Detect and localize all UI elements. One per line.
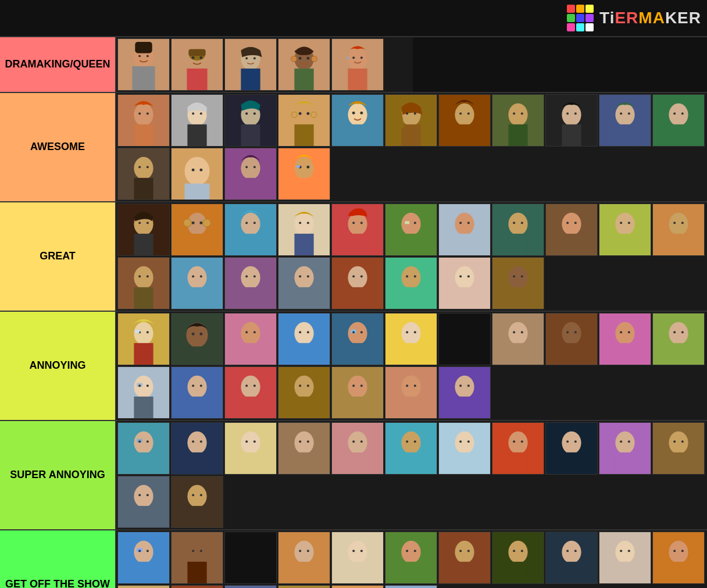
- svg-point-331: [459, 440, 462, 443]
- svg-point-377: [299, 550, 301, 552]
- char-cell: [652, 422, 705, 475]
- svg-point-316: [299, 440, 301, 443]
- svg-point-76: [562, 104, 581, 126]
- logo-dot: [576, 14, 584, 22]
- char-cell: [438, 366, 491, 419]
- svg-rect-263: [134, 397, 153, 418]
- char-cell: [652, 313, 705, 365]
- svg-rect-166: [669, 234, 688, 255]
- char-cell: [385, 532, 437, 584]
- char-cell: [652, 94, 705, 147]
- svg-point-109: [306, 166, 309, 169]
- char-cell: [117, 476, 170, 528]
- svg-point-393: [467, 550, 470, 552]
- svg-point-210: [134, 322, 153, 345]
- svg-point-237: [401, 322, 420, 345]
- svg-point-150: [508, 213, 527, 236]
- char-cell: [278, 366, 330, 419]
- svg-rect-9: [187, 69, 207, 90]
- svg-point-370: [187, 541, 206, 564]
- svg-point-337: [521, 440, 523, 443]
- svg-point-219: [199, 333, 202, 336]
- char-cell: [224, 204, 277, 256]
- svg-rect-130: [294, 234, 313, 255]
- svg-point-390: [455, 541, 474, 564]
- svg-rect-355: [134, 506, 153, 528]
- svg-point-285: [352, 384, 355, 387]
- svg-point-129: [294, 213, 313, 236]
- char-cell: [492, 257, 544, 309]
- char-cell: [331, 257, 384, 309]
- char-cell: [117, 422, 170, 475]
- svg-point-347: [628, 440, 630, 443]
- svg-point-192: [352, 275, 355, 277]
- svg-rect-13: [188, 49, 205, 56]
- svg-point-235: [360, 331, 363, 333]
- svg-rect-294: [455, 397, 474, 418]
- char-cell: [117, 313, 170, 365]
- char-cell: [599, 204, 651, 256]
- svg-rect-396: [508, 562, 527, 583]
- char-cell: [171, 532, 223, 584]
- svg-point-5: [138, 55, 141, 57]
- char-cell: [385, 257, 437, 309]
- svg-rect-181: [241, 287, 260, 309]
- svg-rect-171: [134, 287, 153, 309]
- svg-point-162: [620, 222, 622, 224]
- char-cell: [171, 313, 223, 365]
- svg-point-193: [360, 275, 363, 277]
- svg-rect-135: [348, 234, 367, 255]
- svg-point-351: [673, 440, 676, 443]
- char-cell: [545, 532, 598, 584]
- svg-point-62: [406, 112, 408, 115]
- svg-rect-72: [508, 124, 527, 146]
- svg-point-207: [513, 275, 515, 277]
- svg-rect-21: [294, 69, 313, 90]
- svg-point-208: [521, 275, 523, 277]
- svg-point-11: [192, 56, 195, 59]
- svg-rect-299: [134, 452, 153, 474]
- char-cell: [385, 422, 437, 475]
- char-cell: [117, 148, 170, 200]
- svg-point-35: [138, 112, 141, 115]
- tier-row-annoying: ANNOYING: [0, 312, 707, 421]
- svg-point-221: [241, 322, 260, 345]
- svg-point-412: [673, 550, 676, 552]
- char-cell: [599, 532, 651, 584]
- svg-point-57: [352, 112, 355, 115]
- char-cell: [117, 366, 170, 419]
- svg-point-218: [192, 333, 195, 336]
- svg-point-372: [192, 550, 194, 552]
- svg-rect-376: [294, 562, 313, 583]
- svg-point-383: [360, 550, 363, 552]
- svg-point-153: [521, 222, 523, 224]
- svg-point-373: [200, 550, 202, 552]
- svg-point-55: [348, 104, 367, 126]
- svg-point-240: [414, 331, 416, 333]
- svg-point-136: [352, 222, 355, 224]
- svg-point-385: [401, 541, 420, 564]
- char-cell: [278, 257, 330, 309]
- svg-rect-371: [187, 562, 206, 583]
- svg-point-78: [566, 112, 569, 115]
- svg-rect-310: [241, 452, 260, 474]
- svg-point-104: [253, 166, 256, 168]
- svg-point-257: [669, 322, 688, 345]
- svg-rect-253: [615, 343, 634, 365]
- svg-point-265: [138, 384, 141, 387]
- svg-point-395: [508, 541, 527, 564]
- svg-point-101: [241, 157, 260, 180]
- char-cell: [224, 94, 277, 147]
- svg-point-139: [401, 213, 420, 236]
- svg-point-260: [681, 331, 684, 333]
- char-cell: [492, 422, 544, 475]
- svg-rect-227: [294, 343, 313, 365]
- char-cell: [438, 257, 491, 309]
- svg-point-163: [628, 222, 630, 224]
- tier-row-super-annoying: SUPER ANNOYING: [0, 421, 707, 530]
- char-cell: [545, 422, 598, 475]
- svg-point-25: [291, 56, 297, 62]
- svg-point-46: [253, 112, 256, 115]
- svg-point-202: [459, 275, 462, 277]
- tier-label-awesome: AWESOME: [0, 93, 116, 201]
